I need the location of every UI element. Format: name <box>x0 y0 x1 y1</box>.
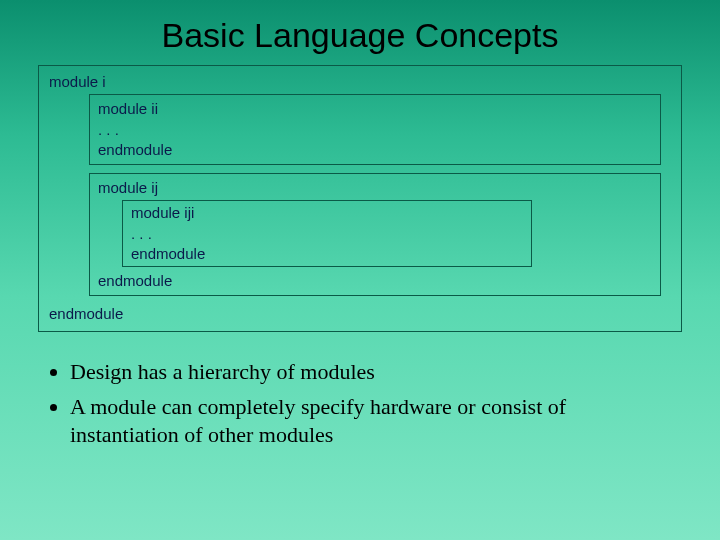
module-iji-box: module iji . . . endmodule <box>122 200 532 267</box>
module-ii-box: module ii . . . endmodule <box>89 94 661 165</box>
module-i-box: module i module ii . . . endmodule modul… <box>38 65 682 332</box>
module-ij-end: endmodule <box>98 271 652 291</box>
module-ij-start: module ij <box>98 178 652 198</box>
bullet-1: Design has a hierarchy of modules <box>70 358 672 386</box>
bullet-list: Design has a hierarchy of modules A modu… <box>48 358 672 449</box>
module-iji-body: . . . <box>131 224 523 244</box>
module-ii-start: module ii <box>98 99 652 119</box>
bullet-2: A module can completely specify hardware… <box>70 393 672 448</box>
module-ij-box: module ij module iji . . . endmodule end… <box>89 173 661 296</box>
module-iji-start: module iji <box>131 203 523 223</box>
module-iji-end: endmodule <box>131 244 523 264</box>
module-ii-body: . . . <box>98 120 652 140</box>
module-i-start: module i <box>49 72 671 92</box>
slide-title: Basic Language Concepts <box>0 0 720 65</box>
module-i-end: endmodule <box>49 304 671 324</box>
module-ii-end: endmodule <box>98 140 652 160</box>
